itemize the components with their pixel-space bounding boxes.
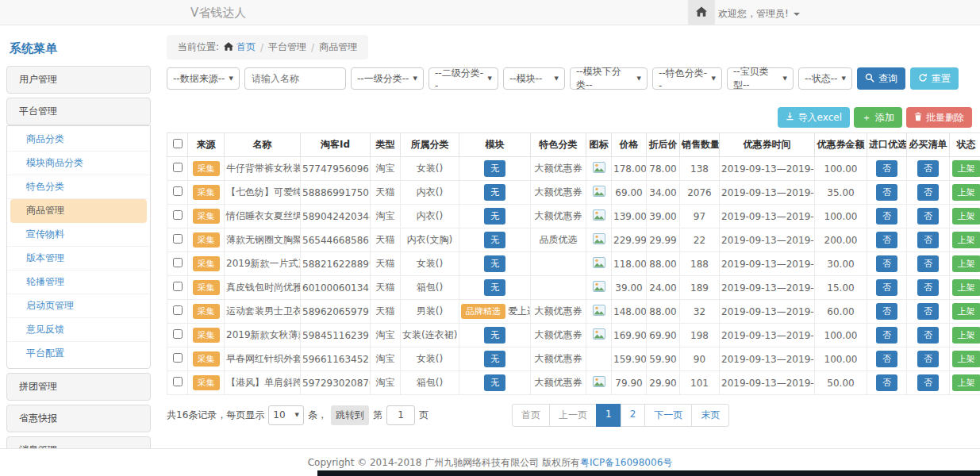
search-input[interactable]: [244, 67, 346, 90]
page-button[interactable]: 1: [596, 404, 621, 427]
row-checkbox[interactable]: [173, 377, 183, 386]
must-buy-badge[interactable]: 否: [917, 184, 939, 201]
row-checkbox[interactable]: [173, 353, 183, 363]
row-checkbox[interactable]: [173, 258, 183, 267]
status-badge[interactable]: 上架: [952, 374, 980, 391]
sidebar-group[interactable]: 用户管理: [6, 66, 151, 94]
user-menu[interactable]: 欢迎您，管理员!: [718, 7, 800, 21]
select-all-checkbox[interactable]: [173, 139, 183, 148]
sidebar-item[interactable]: 启动页管理: [7, 294, 150, 318]
must-buy-badge[interactable]: 否: [917, 327, 939, 344]
page-button[interactable]: 上一页: [549, 404, 597, 427]
price: 39.00: [612, 276, 647, 300]
product-type: 淘宝: [371, 347, 401, 371]
sidebar-item[interactable]: 平台配置: [7, 342, 150, 365]
import-select-badge[interactable]: 否: [876, 184, 897, 201]
sidebar-item[interactable]: 版本管理: [7, 247, 150, 271]
column-header: 必买清单: [907, 133, 950, 157]
sales-count: 90: [680, 347, 720, 371]
sidebar-group[interactable]: 省惠快报: [6, 405, 151, 432]
filter-select[interactable]: --宝贝类型--▼: [727, 67, 794, 90]
page-button[interactable]: 下一页: [644, 404, 692, 427]
import-select-badge[interactable]: 否: [876, 351, 897, 367]
import-select-badge[interactable]: 否: [876, 303, 897, 320]
sidebar-item[interactable]: 轮播管理: [7, 271, 150, 294]
row-checkbox[interactable]: [173, 329, 183, 339]
filter-select[interactable]: --状态--▼: [798, 67, 852, 90]
must-buy-badge[interactable]: 否: [917, 255, 939, 272]
import-select-badge[interactable]: 否: [876, 232, 897, 248]
module-cell: 无: [459, 205, 531, 228]
product-category: 女装(连衣裙): [401, 324, 459, 347]
page-button[interactable]: 末页: [691, 404, 729, 427]
column-header: 特色分类: [531, 133, 586, 157]
filter-select[interactable]: --特色分类--▼: [652, 67, 722, 90]
price: 79.90: [612, 371, 647, 395]
breadcrumb-home-link[interactable]: 首页: [224, 40, 256, 54]
sidebar-item[interactable]: 宣传物料: [7, 223, 150, 247]
filter-select[interactable]: --模块--▼: [503, 67, 565, 90]
filter-select[interactable]: --二级分类--▼: [429, 67, 498, 90]
must-buy-badge[interactable]: 否: [917, 374, 939, 391]
sidebar-group[interactable]: 拼团管理: [6, 373, 151, 401]
must-buy-badge[interactable]: 否: [917, 351, 939, 367]
import-select-badge[interactable]: 否: [876, 374, 897, 391]
sidebar-item[interactable]: 特色分类: [7, 175, 150, 199]
sidebar-menu: 用户管理平台管理商品分类模块商品分类特色分类商品管理宣传物料版本管理轮播管理启动…: [6, 66, 151, 448]
status-badge[interactable]: 上架: [952, 232, 980, 248]
page-button[interactable]: 2: [621, 404, 646, 427]
row-checkbox[interactable]: [173, 163, 183, 172]
sidebar-item[interactable]: 商品管理: [10, 199, 147, 223]
jump-button[interactable]: 跳转到: [331, 405, 369, 425]
must-buy-badge[interactable]: 否: [917, 303, 939, 320]
sidebar-item[interactable]: 模块商品分类: [7, 152, 150, 175]
row-checkbox[interactable]: [173, 305, 183, 315]
product-thumbnail: [593, 188, 605, 199]
status-badge[interactable]: 上架: [952, 255, 980, 272]
query-button[interactable]: 查询: [857, 67, 905, 90]
import-select-badge[interactable]: 否: [876, 327, 897, 344]
icp-link[interactable]: 粤ICP备16098006号: [580, 456, 672, 470]
filter-select-data-source[interactable]: --数据来源-- ▼: [167, 67, 240, 90]
per-page-select[interactable]: 10 ▼: [268, 405, 304, 425]
home-button[interactable]: [688, 0, 715, 25]
sidebar-group[interactable]: 消息管理: [6, 436, 151, 448]
add-button[interactable]: ＋ 添加: [854, 107, 902, 128]
filter-select[interactable]: --模块下分类--▼: [570, 67, 648, 90]
row-checkbox[interactable]: [173, 234, 183, 244]
sidebar-item[interactable]: 意见反馈: [7, 318, 150, 342]
breadcrumb: 当前位置: 首页 / 平台管理 / 商品管理: [167, 35, 368, 60]
status-badge[interactable]: 上架: [952, 351, 980, 367]
status-badge[interactable]: 上架: [952, 208, 980, 225]
status-badge[interactable]: 上架: [952, 327, 980, 344]
sidebar-group[interactable]: 平台管理: [6, 98, 151, 125]
must-buy-badge[interactable]: 否: [917, 279, 939, 296]
batch-delete-button[interactable]: 批量删除: [906, 107, 972, 128]
import-select-badge[interactable]: 否: [876, 279, 897, 296]
status-badge[interactable]: 上架: [952, 184, 980, 201]
table-row: 采集早春网红针织外套女春...596611634525淘宝女装()无大额优惠券1…: [167, 347, 980, 371]
import-select-badge[interactable]: 否: [876, 208, 897, 225]
status-badge[interactable]: 上架: [952, 279, 980, 296]
import-select-badge[interactable]: 否: [876, 255, 897, 272]
filter-select[interactable]: --一级分类--▼: [351, 67, 424, 90]
import-excel-button[interactable]: 导入excel: [778, 107, 850, 128]
must-buy-badge[interactable]: 否: [917, 232, 939, 248]
row-checkbox[interactable]: [173, 186, 183, 196]
source-cell: 采集: [188, 371, 225, 395]
row-checkbox[interactable]: [173, 282, 183, 291]
import-select-badge[interactable]: 否: [876, 160, 897, 177]
product-thumbnail: [593, 378, 605, 390]
status-badge[interactable]: 上架: [952, 303, 980, 320]
special-category: 大额优惠券: [531, 181, 586, 205]
coupon-time: 2019-09-13—2019-09-15: [720, 300, 815, 324]
page-button[interactable]: 首页: [512, 404, 550, 427]
sidebar-item[interactable]: 商品分类: [7, 128, 150, 152]
page-number-input[interactable]: [386, 405, 415, 425]
import-select-badge-cell: 否: [867, 228, 907, 252]
must-buy-badge[interactable]: 否: [917, 208, 939, 225]
must-buy-badge[interactable]: 否: [917, 160, 939, 177]
row-checkbox[interactable]: [173, 210, 183, 220]
reset-button[interactable]: 重置: [910, 67, 959, 90]
status-badge[interactable]: 上架: [952, 160, 980, 177]
